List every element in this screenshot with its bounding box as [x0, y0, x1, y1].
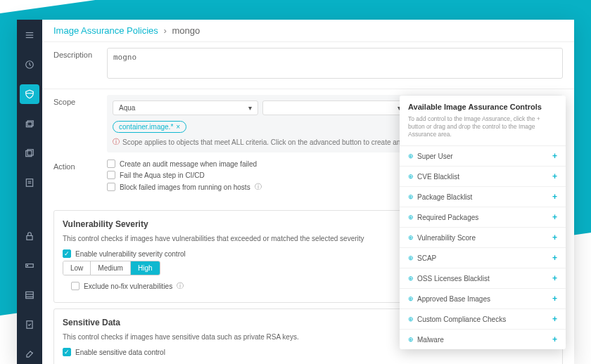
action-audit-checkbox[interactable] — [107, 160, 115, 168]
control-label: OSS Licenses Blacklist — [417, 275, 490, 282]
nav-images-icon[interactable] — [20, 143, 39, 163]
severity-segment: Low Medium High — [63, 261, 160, 275]
drag-icon: ⊕ — [408, 254, 413, 261]
nav-policies-icon[interactable] — [20, 84, 39, 104]
breadcrumb-current: mongo — [172, 25, 200, 36]
control-item[interactable]: ⊕Vulnerability Score+ — [400, 228, 566, 248]
add-control-button[interactable]: + — [552, 192, 557, 202]
panel-subtitle: To add control to the Image Assurance, c… — [400, 115, 566, 146]
control-item[interactable]: ⊕Super User+ — [400, 146, 566, 167]
drag-icon: ⊕ — [408, 234, 413, 241]
control-item[interactable]: ⊕Approved Base Images+ — [400, 289, 566, 309]
nav-settings-icon[interactable] — [20, 344, 39, 364]
drag-icon: ⊕ — [408, 193, 413, 200]
nav-audit-icon[interactable] — [20, 315, 39, 334]
action-cicd-checkbox[interactable] — [107, 171, 115, 179]
drag-icon: ⊕ — [408, 214, 413, 221]
info-icon[interactable]: ⓘ — [255, 182, 262, 192]
drag-icon: ⊕ — [408, 275, 413, 282]
control-label: Super User — [417, 152, 453, 160]
info-icon[interactable]: ⓘ — [177, 281, 184, 291]
action-label: Action — [53, 160, 99, 171]
scope-select-1[interactable]: Aqua▾ — [113, 100, 258, 115]
drag-icon: ⊕ — [408, 336, 413, 343]
severity-low[interactable]: Low — [63, 261, 91, 275]
control-item[interactable]: ⊕Required Packages+ — [400, 207, 566, 228]
add-control-button[interactable]: + — [552, 273, 557, 283]
control-label: SCAP — [417, 254, 436, 262]
scope-select-2[interactable]: ▾ — [262, 100, 408, 115]
control-label: Package Blacklist — [417, 193, 472, 201]
breadcrumb-parent[interactable]: Image Assurance Policies — [53, 25, 158, 36]
chevron-down-icon: ▾ — [248, 104, 252, 112]
svg-point-13 — [27, 265, 28, 266]
panel-title: Available Image Assurance Controls — [400, 96, 566, 115]
control-item[interactable]: ⊕SCAP+ — [400, 248, 566, 268]
drag-icon: ⊕ — [408, 295, 413, 302]
nav-containers-icon[interactable] — [20, 114, 39, 134]
severity-medium[interactable]: Medium — [91, 261, 131, 275]
control-item[interactable]: ⊕Malware+ — [400, 330, 566, 349]
nav-dashboard-icon[interactable] — [20, 55, 39, 74]
add-control-button[interactable]: + — [552, 334, 557, 344]
add-control-button[interactable]: + — [552, 151, 557, 161]
drag-icon: ⊕ — [408, 173, 413, 180]
scope-chip[interactable]: container.image.*× — [113, 121, 186, 133]
breadcrumb: Image Assurance Policies › mongo — [42, 20, 574, 41]
control-label: CVE Blacklist — [417, 173, 459, 181]
nav-hosts-icon[interactable] — [20, 256, 39, 275]
description-label: Description — [53, 48, 99, 59]
enable-vuln-checkbox[interactable]: ✓ — [63, 249, 71, 258]
severity-high[interactable]: High — [131, 261, 160, 275]
add-control-button[interactable]: + — [552, 314, 557, 324]
control-label: Malware — [417, 336, 444, 344]
description-input[interactable]: mogno — [107, 48, 563, 79]
svg-rect-14 — [26, 292, 34, 298]
nav-menu-icon[interactable] — [20, 25, 39, 45]
add-control-button[interactable]: + — [552, 253, 557, 263]
add-control-button[interactable]: + — [552, 212, 557, 222]
scope-label: Scope — [53, 95, 99, 106]
svg-rect-11 — [27, 235, 32, 240]
control-item[interactable]: ⊕OSS Licenses Blacklist+ — [400, 268, 566, 289]
nav-list-icon[interactable] — [20, 285, 39, 305]
add-control-button[interactable]: + — [552, 233, 557, 242]
drag-icon: ⊕ — [408, 152, 413, 160]
control-item[interactable]: ⊕Custom Compliance Checks+ — [400, 309, 566, 330]
enable-sensitive-checkbox[interactable]: ✓ — [63, 348, 71, 356]
close-icon: × — [176, 123, 180, 131]
action-block-checkbox[interactable] — [107, 183, 115, 191]
control-item[interactable]: ⊕Package Blacklist+ — [400, 187, 566, 207]
info-icon: ⓘ — [113, 137, 120, 147]
control-label: Approved Base Images — [417, 295, 490, 303]
nav-reports-icon[interactable] — [20, 173, 39, 193]
chevron-right-icon: › — [163, 25, 166, 36]
nav-lock-icon[interactable] — [20, 226, 39, 246]
add-control-button[interactable]: + — [552, 171, 557, 181]
exclude-nofix-checkbox[interactable] — [71, 282, 80, 290]
control-label: Required Packages — [417, 214, 478, 221]
sidebar — [17, 20, 42, 364]
add-control-button[interactable]: + — [552, 294, 557, 304]
available-controls-panel: Available Image Assurance Controls To ad… — [400, 96, 566, 349]
control-label: Vulnerability Score — [417, 234, 476, 242]
control-label: Custom Compliance Checks — [417, 316, 506, 323]
control-item[interactable]: ⊕CVE Blacklist+ — [400, 167, 566, 187]
drag-icon: ⊕ — [408, 316, 413, 323]
